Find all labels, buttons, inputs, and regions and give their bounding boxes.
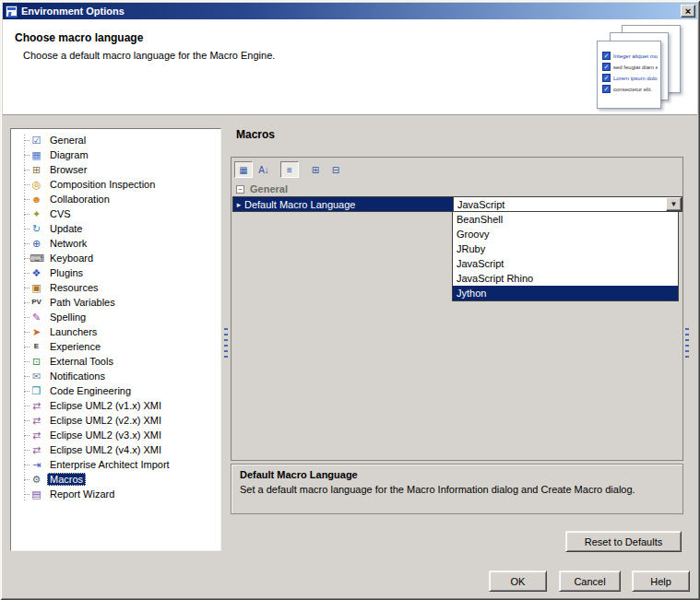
- tree-item-label: Path Variables: [47, 296, 118, 309]
- browser-icon: ⊞: [30, 163, 43, 176]
- tree-item-experience[interactable]: EExperience: [11, 339, 220, 354]
- header-banner: Choose macro language Choose a default m…: [3, 19, 697, 115]
- network-icon: ⊕: [30, 237, 43, 250]
- description-panel: Default Macro Language Set a default mac…: [231, 464, 683, 514]
- tree-item-label: Keyboard: [47, 252, 96, 265]
- property-row-default-macro-language: ▸ Default Macro Language JavaScript ▼: [232, 196, 682, 212]
- dropdown-option[interactable]: BeanShell: [453, 212, 678, 227]
- tree-item-general[interactable]: ☑General: [11, 133, 220, 147]
- ok-button[interactable]: OK: [489, 571, 547, 592]
- collaboration-icon: ☻: [30, 193, 43, 206]
- tree-item-keyboard[interactable]: ⌨Keyboard: [11, 251, 220, 265]
- tree-item-plugins[interactable]: ❖Plugins: [11, 265, 220, 280]
- dropdown-option[interactable]: Jython: [453, 286, 678, 300]
- update-icon: ↻: [30, 222, 43, 235]
- experience-icon: E: [30, 340, 43, 353]
- show-description-button[interactable]: ≡: [280, 161, 299, 178]
- dropdown-option[interactable]: Groovy: [453, 227, 678, 241]
- tree-item-label: Macros: [47, 473, 86, 486]
- document-page-front: ✓Integer aliquet mollis✓sed feugiat diam…: [597, 41, 661, 109]
- tree-item-label: Browser: [47, 163, 89, 176]
- collapse-group-icon[interactable]: −: [236, 185, 244, 194]
- cancel-button[interactable]: Cancel: [559, 571, 621, 592]
- tree-item-eclipse-uml2-v2[interactable]: ⇄Eclipse UML2 (v2.x) XMI: [11, 413, 220, 428]
- tree-item-label: External Tools: [47, 355, 116, 368]
- tree-item-browser[interactable]: ⊞Browser: [11, 162, 220, 177]
- tree-item-update[interactable]: ↻Update: [11, 221, 220, 236]
- art-line: ✓sed feugiat diam et.: [602, 63, 658, 71]
- collapse-all-button[interactable]: ⊟: [326, 161, 345, 178]
- property-name-cell[interactable]: ▸ Default Macro Language: [233, 197, 454, 211]
- expand-all-button[interactable]: ⊞: [306, 161, 325, 178]
- documents-illustration: ✓Integer aliquet mollis✓sed feugiat diam…: [596, 25, 688, 112]
- tree-item-eclipse-uml2-v3[interactable]: ⇄Eclipse UML2 (v3.x) XMI: [11, 428, 220, 442]
- tree-item-label: Diagram: [47, 148, 91, 161]
- tree-item-label: Experience: [47, 340, 103, 353]
- description-text: Set a default macro language for the Mac…: [240, 484, 674, 495]
- art-line: ✓Lorem ipsum dolor: [602, 74, 658, 82]
- tree-item-collaboration[interactable]: ☻Collaboration: [11, 192, 220, 206]
- title-bar[interactable]: Environment Options ×: [3, 3, 697, 19]
- launchers-icon: ➤: [30, 325, 43, 338]
- header-subtitle: Choose a default macro language for the …: [23, 50, 275, 61]
- tree-item-label: Spelling: [47, 311, 89, 324]
- tree-item-cvs[interactable]: ✦CVS: [11, 206, 220, 221]
- dialog-icon: [6, 6, 18, 18]
- tree-item-enterprise-architect-import[interactable]: ⇥Enterprise Architect Import: [11, 457, 220, 472]
- tree-item-external-tools[interactable]: ⊡External Tools: [11, 354, 220, 369]
- tree-item-label: Eclipse UML2 (v2.x) XMI: [47, 414, 164, 427]
- macros-panel-title: Macros: [236, 128, 275, 141]
- sort-alphabetically-button[interactable]: A↓: [255, 161, 273, 178]
- notifications-icon: ✉: [30, 370, 43, 382]
- tree-item-notifications[interactable]: ✉Notifications: [11, 369, 220, 383]
- tree-item-report-wizard[interactable]: ▤Report Wizard: [11, 487, 220, 501]
- tree-item-label: Resources: [47, 281, 101, 294]
- tree-item-label: Plugins: [47, 266, 86, 279]
- tree-item-diagram[interactable]: ▦Diagram: [11, 147, 220, 162]
- tree-item-spelling[interactable]: ✎Spelling: [11, 310, 220, 324]
- tree-item-label: Code Engineering: [47, 384, 134, 397]
- panel-splitter-handle[interactable]: [685, 328, 689, 361]
- reset-to-defaults-button[interactable]: Reset to Defaults: [565, 531, 682, 552]
- code-engineering-icon: ❒: [30, 384, 43, 397]
- tree-item-launchers[interactable]: ➤Launchers: [11, 324, 220, 339]
- tree-item-network[interactable]: ⊕Network: [11, 236, 220, 251]
- tree-item-macros[interactable]: ⚙Macros: [11, 472, 220, 487]
- group-row-general[interactable]: − General: [232, 182, 682, 196]
- tree-item-label: Report Wizard: [47, 488, 117, 500]
- document-art-lines: ✓Integer aliquet mollis✓sed feugiat diam…: [598, 52, 660, 93]
- property-value-text: JavaScript: [457, 199, 504, 210]
- categorized-view-button[interactable]: ▦: [234, 161, 253, 178]
- tree-item-label: CVS: [47, 207, 74, 220]
- combo-dropdown-button[interactable]: ▼: [666, 197, 682, 211]
- property-value-cell[interactable]: JavaScript ▼: [454, 197, 682, 211]
- tree-item-eclipse-uml2-v4[interactable]: ⇄Eclipse UML2 (v4.x) XMI: [11, 442, 220, 457]
- composition-inspection-icon: ◎: [30, 178, 43, 191]
- tree-item-path-variables[interactable]: PVPath Variables: [11, 295, 220, 310]
- dropdown-option[interactable]: JavaScript Rhino: [453, 271, 678, 286]
- eclipse-uml2-v1-icon: ⇄: [30, 399, 43, 412]
- tree-splitter-handle[interactable]: [224, 328, 228, 361]
- tree-item-label: Composition Inspection: [47, 178, 158, 191]
- eclipse-uml2-v2-icon: ⇄: [30, 414, 43, 427]
- tree-item-composition-inspection[interactable]: ◎Composition Inspection: [11, 177, 220, 192]
- dropdown-option[interactable]: JavaScript: [453, 256, 678, 271]
- art-line: ✓consectetur elit.: [602, 85, 658, 93]
- tree-item-label: Launchers: [47, 325, 100, 338]
- options-tree: ☑General▦Diagram⊞Browser◎Composition Ins…: [10, 128, 221, 551]
- macros-icon: ⚙: [30, 473, 43, 486]
- group-label: General: [250, 183, 288, 194]
- art-line-text: Integer aliquet mollis: [613, 53, 658, 59]
- tree-item-code-engineering[interactable]: ❒Code Engineering: [11, 383, 220, 398]
- art-line: ✓Integer aliquet mollis: [602, 52, 658, 60]
- row-marker-icon: ▸: [233, 200, 244, 209]
- close-button[interactable]: ×: [681, 5, 695, 18]
- check-icon: ✓: [602, 85, 611, 93]
- window-title: Environment Options: [21, 6, 681, 17]
- diagram-icon: ▦: [30, 148, 43, 161]
- tree-item-resources[interactable]: ▣Resources: [11, 280, 220, 295]
- help-button[interactable]: Help: [632, 571, 690, 592]
- dropdown-option[interactable]: JRuby: [453, 241, 678, 256]
- external-tools-icon: ⊡: [30, 355, 43, 368]
- tree-item-eclipse-uml2-v1[interactable]: ⇄Eclipse UML2 (v1.x) XMI: [11, 398, 220, 413]
